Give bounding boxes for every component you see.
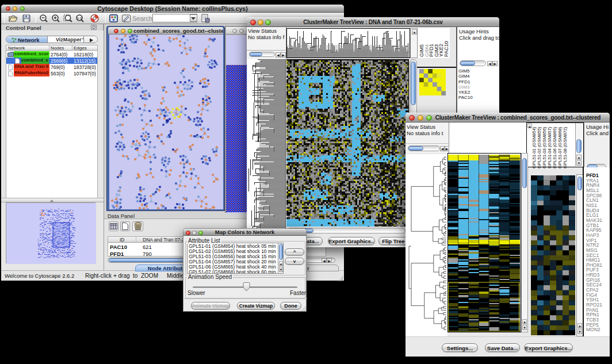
svg-text:1:1: 1:1	[77, 17, 82, 20]
